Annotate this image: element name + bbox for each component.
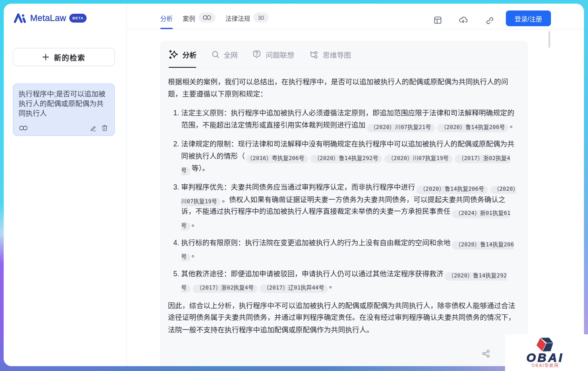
- svg-text:OBAI: OBAI: [526, 351, 564, 364]
- svg-text:OBAI导航网: OBAI导航网: [532, 363, 559, 368]
